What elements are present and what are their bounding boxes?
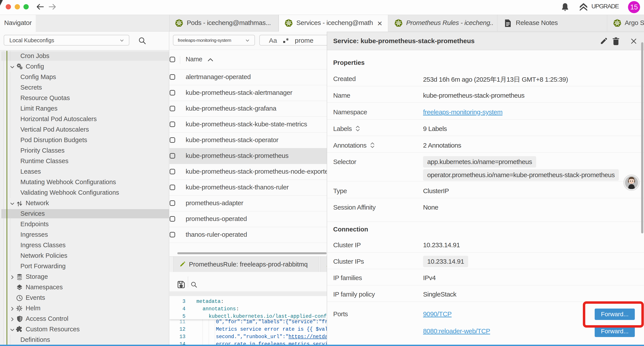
svg-text:HELM: HELM (17, 308, 22, 310)
